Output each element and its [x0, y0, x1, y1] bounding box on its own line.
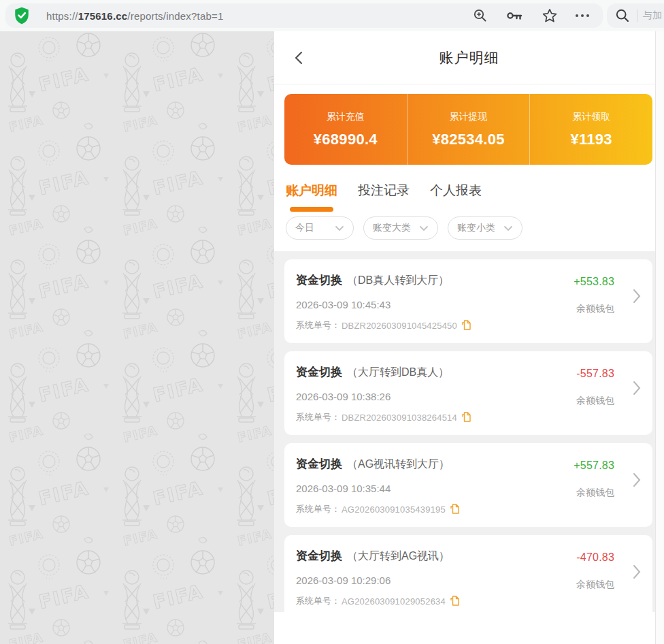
- transaction-card[interactable]: 资金切换（大厅转到DB真人） 2026-03-09 10:38:26 系统单号：…: [284, 351, 652, 435]
- order-label: 系统单号：: [296, 503, 340, 515]
- chevron-right-icon: [632, 288, 642, 304]
- chevron-right-icon: [632, 564, 642, 580]
- copy-icon[interactable]: [462, 412, 471, 423]
- browser-toolbar: https://175616.cc/reports/index?tab=1: [0, 0, 664, 31]
- chevron-right-icon: [632, 380, 642, 396]
- browser-search-field[interactable]: 与加: [607, 3, 664, 28]
- transaction-card[interactable]: 资金切换（大厅转到AG视讯） 2026-03-09 10:29:06 系统单号：…: [284, 535, 652, 612]
- order-number: AG202603091029052634: [342, 596, 446, 607]
- transaction-order-row: 系统单号： DBZR202603091045425450: [296, 319, 550, 332]
- stat-total-claimed: 累计领取 ¥1193: [529, 94, 652, 165]
- security-shield-icon: [14, 7, 30, 25]
- chevron-right-icon: [632, 472, 642, 488]
- bookmark-star-icon[interactable]: [542, 7, 558, 24]
- copy-icon[interactable]: [450, 504, 459, 515]
- transaction-amount: -470.83: [576, 551, 614, 564]
- tab-personal-report[interactable]: 个人报表: [430, 182, 482, 212]
- back-button[interactable]: [292, 50, 307, 65]
- fifa-watermark-background: FIFA FIFA: [0, 31, 274, 644]
- transaction-type: 资金切换: [296, 274, 342, 287]
- transaction-card[interactable]: 资金切换（AG视讯转到大厅） 2026-03-09 10:35:44 系统单号：…: [284, 443, 652, 527]
- order-label: 系统单号：: [296, 319, 340, 332]
- transaction-type: 资金切换: [296, 457, 342, 470]
- transaction-card[interactable]: 资金切换（DB真人转到大厅） 2026-03-09 10:45:43 系统单号：…: [284, 259, 652, 343]
- account-detail-panel: 账户明细 累计充值 ¥68990.4 累计提现 ¥82534.05 累计领取 ¥…: [274, 31, 664, 644]
- copy-icon[interactable]: [462, 320, 471, 331]
- filter-date-dropdown[interactable]: 今日: [286, 216, 354, 240]
- order-number: AG202603091035439195: [342, 504, 446, 515]
- tab-bet-records[interactable]: 投注记录: [358, 182, 410, 212]
- url-scheme: https://: [46, 10, 78, 22]
- search-suggestion-text: 与加: [643, 10, 662, 22]
- tab-account-detail[interactable]: 账户明细: [286, 182, 337, 212]
- order-label: 系统单号：: [296, 411, 340, 423]
- transaction-subtitle: （DB真人转到大厅）: [347, 274, 449, 286]
- key-icon[interactable]: [506, 7, 524, 24]
- list-bottom-spacer: [274, 612, 664, 638]
- url-bar[interactable]: https://175616.cc/reports/index?tab=1: [5, 3, 603, 28]
- panel-header: 账户明细: [274, 31, 664, 84]
- filter-minor-category-dropdown[interactable]: 账变小类: [448, 216, 522, 240]
- chevron-down-icon: [335, 225, 344, 231]
- zoom-in-icon[interactable]: [472, 7, 488, 24]
- wallet-label: 余额钱包: [576, 579, 614, 591]
- transaction-type: 资金切换: [296, 366, 342, 379]
- copy-icon[interactable]: [450, 596, 459, 607]
- chevron-down-icon: [503, 225, 513, 231]
- chevron-down-icon: [419, 225, 429, 231]
- order-number: DBZR202603091038264514: [342, 413, 457, 423]
- scrollbar[interactable]: [655, 31, 664, 644]
- transaction-datetime: 2026-03-09 10:35:44: [296, 483, 550, 494]
- url-domain: 175616.cc: [78, 10, 128, 22]
- url-path: /reports/index?tab=1: [127, 10, 223, 22]
- wallet-label: 余额钱包: [574, 487, 614, 499]
- transaction-amount: +557.83: [574, 460, 614, 472]
- transaction-order-row: 系统单号： DBZR202603091038264514: [296, 411, 550, 423]
- transaction-order-row: 系统单号： AG202603091029052634: [296, 595, 550, 607]
- transaction-amount: -557.83: [576, 368, 614, 380]
- filter-major-category-dropdown[interactable]: 账变大类: [363, 216, 438, 240]
- active-tab-underline: [290, 207, 333, 212]
- url-text: https://175616.cc/reports/index?tab=1: [46, 10, 472, 22]
- transaction-datetime: 2026-03-09 10:38:26: [296, 391, 550, 402]
- transaction-subtitle: （AG视讯转到大厅）: [347, 458, 450, 470]
- order-number: DBZR202603091045425450: [342, 321, 457, 331]
- more-options-icon[interactable]: [576, 14, 589, 17]
- transaction-list: 资金切换（DB真人转到大厅） 2026-03-09 10:45:43 系统单号：…: [274, 251, 664, 612]
- search-divider: [637, 10, 637, 22]
- stat-total-withdraw: 累计提现 ¥82534.05: [407, 94, 530, 165]
- summary-section: 累计充值 ¥68990.4 累计提现 ¥82534.05 累计领取 ¥1193 …: [274, 84, 664, 251]
- stat-total-deposit: 累计充值 ¥68990.4: [284, 94, 407, 165]
- wallet-label: 余额钱包: [574, 303, 614, 315]
- transaction-order-row: 系统单号： AG202603091035439195: [296, 503, 550, 515]
- transaction-type: 资金切换: [296, 549, 342, 562]
- order-label: 系统单号：: [296, 595, 340, 607]
- transaction-subtitle: （大厅转到DB真人）: [347, 366, 449, 378]
- transaction-datetime: 2026-03-09 10:45:43: [296, 299, 550, 310]
- wallet-label: 余额钱包: [576, 395, 614, 407]
- totals-card: 累计充值 ¥68990.4 累计提现 ¥82534.05 累计领取 ¥1193: [284, 94, 652, 165]
- transaction-subtitle: （大厅转到AG视讯）: [347, 550, 450, 562]
- filter-row: 今日 账变大类 账变小类: [284, 216, 652, 251]
- report-tabs: 账户明细 投注记录 个人报表: [284, 182, 652, 212]
- transaction-amount: +553.83: [574, 276, 614, 288]
- transaction-datetime: 2026-03-09 10:29:06: [296, 575, 550, 586]
- search-icon: [615, 8, 630, 23]
- page-title: 账户明细: [439, 48, 499, 67]
